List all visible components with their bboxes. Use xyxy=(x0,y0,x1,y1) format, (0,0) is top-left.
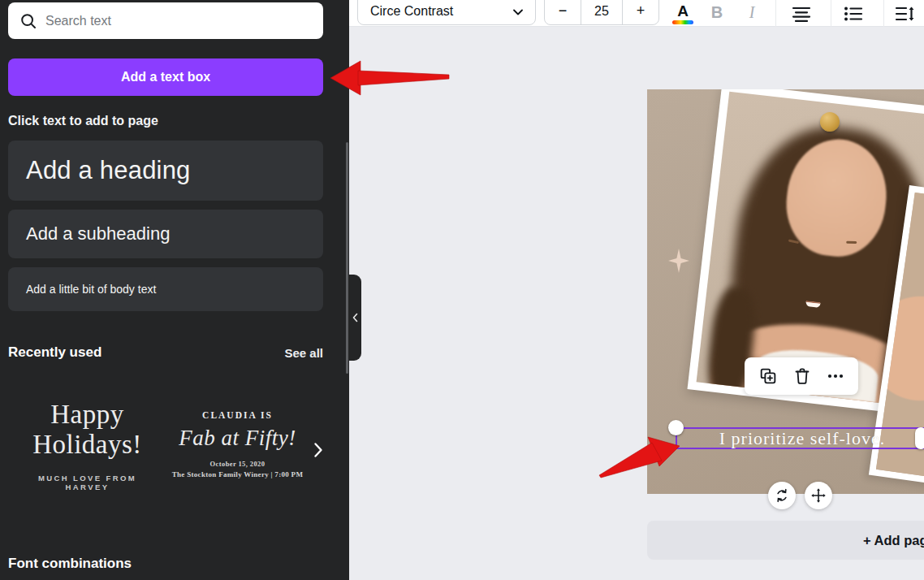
move-icon xyxy=(810,487,827,504)
font-family-value: Circe Contrast xyxy=(370,4,453,19)
text-panel-sidebar: Add a text box Click text to add to page… xyxy=(0,0,349,580)
templates-scroll-right-button[interactable] xyxy=(311,439,326,461)
text-color-button[interactable]: A xyxy=(669,0,697,27)
click-text-section-title: Click text to add to page xyxy=(8,114,158,128)
toolbar-divider xyxy=(775,0,776,27)
add-page-button[interactable]: + Add page xyxy=(647,521,924,560)
selection-side-handle[interactable] xyxy=(915,427,924,449)
see-all-link[interactable]: See all xyxy=(284,346,323,360)
search-icon xyxy=(20,13,37,29)
template-title-line2: Holidays! xyxy=(20,430,154,460)
bullet-list-button[interactable] xyxy=(840,0,867,27)
duplicate-button[interactable] xyxy=(758,366,778,387)
template-happy-holidays[interactable]: Happy Holidays! MUCH LOVE FROM HARVEY xyxy=(20,400,154,491)
bullet-list-icon xyxy=(843,5,864,23)
text-color-letter: A xyxy=(677,3,689,19)
recently-used-title: Recently used xyxy=(8,344,101,361)
template-date: October 15, 2020 xyxy=(166,460,309,468)
element-context-toolbar xyxy=(745,357,858,395)
text-format-toolbar: Circe Contrast − 25 + A B I xyxy=(349,0,924,27)
trash-icon xyxy=(792,366,812,386)
delete-button[interactable] xyxy=(792,366,812,386)
template-fab-at-fifty[interactable]: CLAUDIA IS Fab at Fifty! October 15, 202… xyxy=(166,410,309,478)
canvas-area: I prioritize self-love. + Add page xyxy=(349,28,924,580)
italic-button[interactable]: I xyxy=(740,0,764,27)
font-size-decrease-button[interactable]: − xyxy=(545,0,581,24)
font-combinations-title: Font combinations xyxy=(8,556,132,572)
gold-pin-decoration xyxy=(820,112,840,132)
chevron-left-icon xyxy=(352,313,358,322)
more-options-button[interactable] xyxy=(826,366,845,386)
search-input[interactable] xyxy=(45,14,311,28)
chevron-down-icon xyxy=(512,6,525,19)
selected-text-element[interactable]: I prioritize self-love. xyxy=(676,427,924,449)
add-heading-option[interactable]: Add a heading xyxy=(8,141,323,201)
add-subheading-option[interactable]: Add a subheading xyxy=(8,210,323,258)
font-size-increase-button[interactable]: + xyxy=(623,0,658,24)
move-handle[interactable] xyxy=(805,482,832,509)
font-family-dropdown[interactable]: Circe Contrast xyxy=(357,0,536,25)
photo-eye xyxy=(846,240,857,243)
selected-text-content: I prioritize self-love. xyxy=(719,428,885,449)
add-text-box-button[interactable]: Add a text box xyxy=(8,58,323,96)
selection-corner-handle[interactable] xyxy=(668,420,684,435)
chevron-right-icon xyxy=(313,442,323,458)
add-subheading-label: Add a subheading xyxy=(26,223,170,245)
toolbar-divider xyxy=(883,0,884,27)
duplicate-icon xyxy=(758,366,778,387)
bold-button[interactable]: B xyxy=(705,0,729,27)
sidebar-scrollbar[interactable] xyxy=(346,142,348,374)
template-eyebrow: CLAUDIA IS xyxy=(166,410,309,420)
rotate-handle[interactable] xyxy=(768,482,796,509)
template-caption: MUCH LOVE FROM HARVEY xyxy=(20,474,154,491)
search-bar[interactable] xyxy=(8,2,323,39)
line-spacing-button[interactable] xyxy=(892,0,919,27)
add-page-label: + Add page xyxy=(863,521,924,560)
line-spacing-icon xyxy=(895,5,916,23)
template-venue: The Stockton Family Winery | 7:00 PM xyxy=(166,470,309,478)
sparkle-decoration xyxy=(668,249,689,273)
add-body-text-option[interactable]: Add a little bit of body text xyxy=(8,267,323,311)
toolbar-divider xyxy=(831,0,831,27)
font-size-value[interactable]: 25 xyxy=(581,0,623,24)
collapse-panel-tab[interactable] xyxy=(349,275,361,361)
template-title-line1: Happy xyxy=(20,400,154,430)
rainbow-color-bar-icon xyxy=(672,20,693,24)
align-center-icon xyxy=(791,5,812,23)
add-heading-label: Add a heading xyxy=(26,156,191,185)
text-align-button[interactable] xyxy=(788,0,815,27)
add-body-text-label: Add a little bit of body text xyxy=(26,283,156,296)
font-size-stepper: − 25 + xyxy=(544,0,659,25)
ellipsis-icon xyxy=(826,366,845,386)
template-script-title: Fab at Fifty! xyxy=(166,426,309,451)
rotate-icon xyxy=(774,487,790,504)
